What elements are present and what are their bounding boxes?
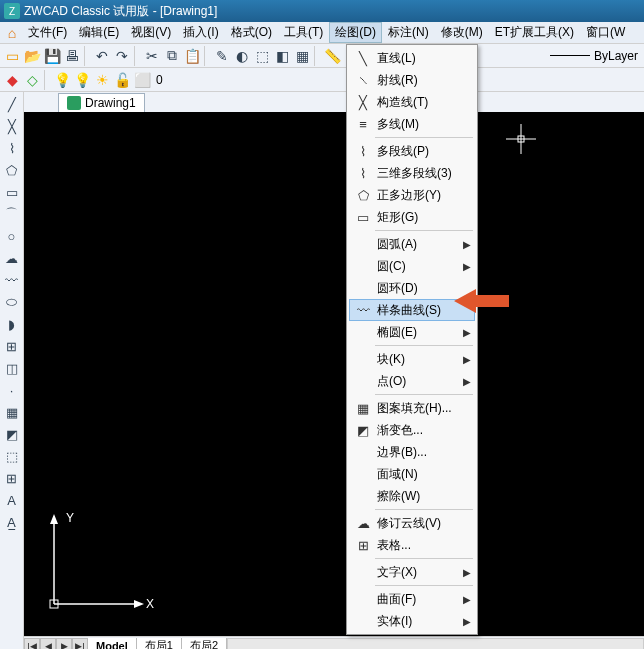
menu-item[interactable]: ⟍射线(R) — [349, 69, 475, 91]
menu-item[interactable]: 实体(I)▶ — [349, 610, 475, 632]
tool-icon[interactable]: ▦ — [292, 46, 312, 66]
menu-item[interactable]: 曲面(F)▶ — [349, 588, 475, 610]
sheet-tab-layout1[interactable]: 布局1 — [137, 638, 182, 650]
menu-item[interactable]: 视图(V) — [125, 22, 177, 43]
menu-item[interactable]: 工具(T) — [278, 22, 329, 43]
lock-icon[interactable]: 🔓 — [112, 70, 132, 90]
cline-icon[interactable]: ╳ — [2, 116, 22, 136]
menu-item[interactable]: 插入(I) — [177, 22, 224, 43]
menu-item[interactable]: 边界(B)... — [349, 441, 475, 463]
menu-item[interactable]: 椭圆(E)▶ — [349, 321, 475, 343]
layer-icon[interactable]: ◇ — [22, 70, 42, 90]
region-icon[interactable]: ⬚ — [2, 446, 22, 466]
earc-icon[interactable]: ◗ — [2, 314, 22, 334]
circle-icon[interactable]: ○ — [2, 226, 22, 246]
cloud-icon[interactable]: ☁ — [2, 248, 22, 268]
menu-item[interactable]: 文字(X)▶ — [349, 561, 475, 583]
blank-icon — [353, 372, 373, 390]
menu-item[interactable]: 擦除(W) — [349, 485, 475, 507]
text-icon[interactable]: A — [2, 490, 22, 510]
menu-item[interactable]: 文件(F) — [22, 22, 73, 43]
paste-icon[interactable]: 📋 — [182, 46, 202, 66]
menu-item[interactable]: 编辑(E) — [73, 22, 125, 43]
grad-icon[interactable]: ◩ — [2, 424, 22, 444]
undo-icon[interactable]: ↶ — [92, 46, 112, 66]
ellipse-icon[interactable]: ⬭ — [2, 292, 22, 312]
next-icon[interactable]: ▶ — [56, 638, 72, 650]
first-icon[interactable]: I◀ — [24, 638, 40, 650]
menu-item[interactable]: 圆弧(A)▶ — [349, 233, 475, 255]
app-menu-icon[interactable]: ⌂ — [2, 23, 22, 43]
tool-icon[interactable]: ◐ — [232, 46, 252, 66]
mtext-icon[interactable]: A̲ — [2, 512, 22, 532]
menu-item[interactable]: ▭矩形(G) — [349, 206, 475, 228]
line-icon[interactable]: ╱ — [2, 94, 22, 114]
drawing-tab[interactable]: Drawing1 — [58, 93, 145, 112]
menu-item[interactable]: 窗口(W — [580, 22, 631, 43]
linetype-selector[interactable]: ByLayer — [550, 49, 638, 63]
open-icon[interactable]: 📂 — [22, 46, 42, 66]
prev-icon[interactable]: ◀ — [40, 638, 56, 650]
scrollbar[interactable] — [227, 638, 644, 650]
menu-label: 椭圆(E) — [373, 324, 463, 341]
redo-icon[interactable]: ↷ — [112, 46, 132, 66]
menu-item[interactable]: 标注(N) — [382, 22, 435, 43]
point-icon[interactable]: · — [2, 380, 22, 400]
blank-icon — [353, 443, 373, 461]
match-icon[interactable]: ✎ — [212, 46, 232, 66]
menu-item[interactable]: 块(K)▶ — [349, 348, 475, 370]
menu-item[interactable]: ▦图案填充(H)... — [349, 397, 475, 419]
grad-icon: ◩ — [353, 421, 373, 439]
new-icon[interactable]: ▭ — [2, 46, 22, 66]
menu-item[interactable]: 绘图(D) — [329, 22, 382, 43]
last-icon[interactable]: ▶I — [72, 638, 88, 650]
sheet-tab-layout2[interactable]: 布局2 — [182, 638, 227, 650]
menu-item[interactable]: ⬠正多边形(Y) — [349, 184, 475, 206]
cut-icon[interactable]: ✂ — [142, 46, 162, 66]
menu-item[interactable]: ⌇三维多段线(3) — [349, 162, 475, 184]
bulb-off-icon[interactable]: 💡 — [72, 70, 92, 90]
save-icon[interactable]: 💾 — [42, 46, 62, 66]
menu-item[interactable]: ╳构造线(T) — [349, 91, 475, 113]
menu-item[interactable]: 修改(M) — [435, 22, 489, 43]
tool-icon[interactable]: ⬚ — [252, 46, 272, 66]
menu-item[interactable]: ⊞表格... — [349, 534, 475, 556]
arc-icon[interactable]: ⌒ — [2, 204, 22, 224]
block-icon[interactable]: ◫ — [2, 358, 22, 378]
insert-icon[interactable]: ⊞ — [2, 336, 22, 356]
copy-icon[interactable]: ⧉ — [162, 46, 182, 66]
separator — [375, 558, 473, 559]
sun-icon[interactable]: ☀ — [92, 70, 112, 90]
submenu-arrow-icon: ▶ — [463, 327, 471, 338]
menu-item[interactable]: 格式(O) — [225, 22, 278, 43]
spline-icon[interactable]: 〰 — [2, 270, 22, 290]
tool-icon[interactable]: ◧ — [272, 46, 292, 66]
polygon-icon[interactable]: ⬠ — [2, 160, 22, 180]
layer-icon[interactable]: ◆ — [2, 70, 22, 90]
bulb-on-icon[interactable]: 💡 — [52, 70, 72, 90]
layer0-icon[interactable]: ⬜ — [132, 70, 152, 90]
blank-icon — [353, 465, 373, 483]
menu-item[interactable]: ╲直线(L) — [349, 47, 475, 69]
drawing-canvas[interactable]: Y X — [24, 112, 644, 636]
cloud-icon: ☁ — [353, 514, 373, 532]
menu-item[interactable]: 点(O)▶ — [349, 370, 475, 392]
menu-label: 点(O) — [373, 373, 463, 390]
print-icon[interactable]: 🖶 — [62, 46, 82, 66]
menu-item[interactable]: ET扩展工具(X) — [489, 22, 580, 43]
table-icon[interactable]: ⊞ — [2, 468, 22, 488]
menu-item[interactable]: ⌇多段线(P) — [349, 140, 475, 162]
rect-icon[interactable]: ▭ — [2, 182, 22, 202]
menu-item[interactable]: ☁修订云线(V) — [349, 512, 475, 534]
menu-item[interactable]: 面域(N) — [349, 463, 475, 485]
separator — [375, 509, 473, 510]
menu-item[interactable]: 圆(C)▶ — [349, 255, 475, 277]
menu-item[interactable]: ≡多线(M) — [349, 113, 475, 135]
poly-icon: ⬠ — [353, 186, 373, 204]
blank-icon — [353, 323, 373, 341]
menu-item[interactable]: ◩渐变色... — [349, 419, 475, 441]
pline-icon[interactable]: ⌇ — [2, 138, 22, 158]
hatch-icon[interactable]: ▦ — [2, 402, 22, 422]
measure-icon[interactable]: 📏 — [322, 46, 342, 66]
sheet-tab-model[interactable]: Model — [88, 638, 137, 650]
